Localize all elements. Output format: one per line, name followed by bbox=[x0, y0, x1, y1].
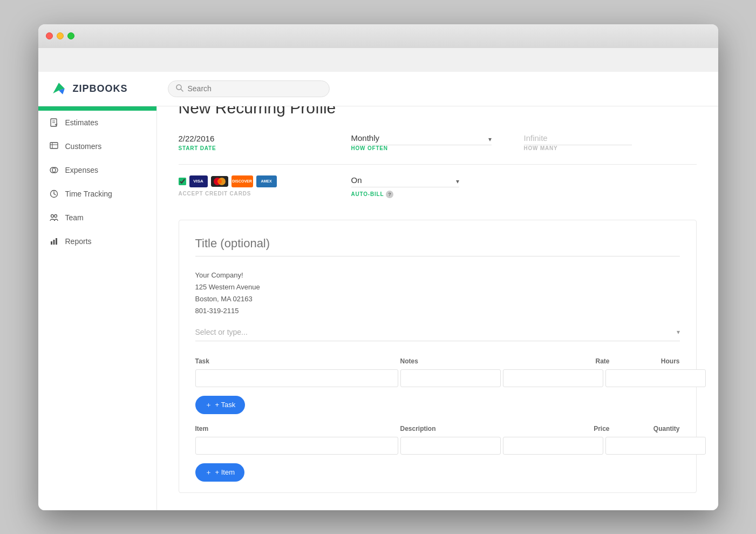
credit-cards-col: VISA DISCOVER AMEX bbox=[179, 175, 351, 197]
company-address: 125 Western Avenue bbox=[195, 281, 680, 293]
item-input[interactable] bbox=[195, 437, 398, 455]
sidebar-label-team: Team bbox=[65, 213, 84, 222]
main-content: New Recurring Profile 2/22/2016 START DA… bbox=[157, 83, 718, 510]
add-item-button[interactable]: ＋ + Item bbox=[195, 463, 245, 482]
customers-icon bbox=[49, 141, 59, 151]
sidebar-item-customers[interactable]: Customers bbox=[38, 134, 156, 158]
invoice-form: Your Company! 125 Western Avenue Boston,… bbox=[179, 220, 697, 493]
start-date-col: 2/22/2016 START DATE bbox=[179, 134, 351, 151]
add-task-button[interactable]: ＋ + Task bbox=[195, 396, 246, 414]
customer-select[interactable]: Select or type... bbox=[195, 328, 680, 336]
company-city: Boston, MA 02163 bbox=[195, 293, 680, 305]
sidebar-item-time-tracking[interactable]: Time Tracking bbox=[38, 182, 156, 206]
svg-rect-21 bbox=[56, 238, 57, 245]
how-often-col: Monthly Weekly Yearly Daily ▾ HOW OFTEN bbox=[351, 133, 524, 151]
credit-cards-wrapper: VISA DISCOVER AMEX bbox=[179, 175, 351, 187]
item-col-header: Item bbox=[195, 425, 400, 432]
customer-select-arrow: ▾ bbox=[677, 328, 680, 336]
item-table-row bbox=[195, 437, 680, 455]
full-layout: $ Invoices Estimates bbox=[38, 83, 718, 510]
add-task-icon: ＋ bbox=[205, 400, 212, 410]
add-item-icon: ＋ bbox=[205, 468, 212, 477]
logo-area: ZIPBOOKS bbox=[49, 79, 168, 98]
sidebar-label-reports: Reports bbox=[65, 237, 92, 246]
sidebar-item-team[interactable]: Team bbox=[38, 206, 156, 229]
start-date-label: START DATE bbox=[179, 145, 351, 151]
notes-col-header: Notes bbox=[400, 357, 550, 365]
company-phone: 801-319-2115 bbox=[195, 305, 680, 317]
logo-icon bbox=[49, 79, 69, 98]
sidebar-label-expenses: Expenses bbox=[65, 166, 98, 174]
sidebar-item-reports[interactable]: Reports bbox=[38, 229, 156, 253]
minimize-button[interactable] bbox=[57, 32, 64, 39]
svg-point-25 bbox=[217, 179, 222, 184]
traffic-lights bbox=[46, 32, 74, 39]
task-col-header: Task bbox=[195, 357, 400, 365]
time-tracking-icon bbox=[49, 189, 59, 199]
add-item-label: + Item bbox=[215, 468, 235, 476]
rate-input[interactable] bbox=[503, 369, 603, 387]
hours-col-header: Hours bbox=[615, 357, 680, 365]
credit-cards-label: ACCEPT CREDIT CARDS bbox=[179, 191, 351, 197]
how-often-wrapper[interactable]: Monthly Weekly Yearly Daily ▾ bbox=[351, 133, 492, 145]
quantity-input[interactable] bbox=[605, 437, 706, 455]
customer-select-wrapper[interactable]: Select or type... ▾ bbox=[195, 328, 680, 341]
hours-input[interactable] bbox=[605, 369, 706, 387]
task-input[interactable] bbox=[195, 369, 398, 387]
estimates-icon bbox=[49, 118, 59, 127]
how-many-label: HOW MANY bbox=[524, 145, 697, 151]
auto-bill-wrapper[interactable]: On Off ▾ bbox=[351, 175, 459, 187]
search-bar[interactable] bbox=[168, 80, 330, 97]
how-often-label: HOW OFTEN bbox=[351, 145, 524, 151]
auto-bill-help-icon[interactable]: ? bbox=[386, 191, 393, 198]
amex-card-icon: AMEX bbox=[256, 175, 277, 187]
desc-col-header: Description bbox=[400, 425, 550, 432]
svg-point-18 bbox=[54, 214, 57, 217]
price-col-header: Price bbox=[550, 425, 615, 432]
visa-card-icon: VISA bbox=[189, 175, 208, 187]
form-top-row: 2/22/2016 START DATE Monthly Weekly Year… bbox=[179, 133, 697, 165]
task-table: Task Notes Rate Hours bbox=[195, 357, 680, 387]
how-many-value: Infinite bbox=[524, 133, 632, 145]
mastercard-icon bbox=[211, 176, 228, 187]
logo-text: ZIPBOOKS bbox=[73, 83, 128, 94]
sidebar-label-customers: Customers bbox=[65, 142, 102, 151]
credit-cards-checkbox[interactable] bbox=[179, 178, 186, 185]
sidebar-item-expenses[interactable]: Expenses bbox=[38, 158, 156, 182]
sidebar-label-estimates: Estimates bbox=[65, 118, 98, 127]
title-input[interactable] bbox=[195, 236, 680, 256]
item-table-header: Item Description Price Quantity bbox=[195, 425, 680, 432]
search-icon bbox=[176, 84, 183, 93]
notes-input[interactable] bbox=[400, 369, 501, 387]
svg-line-16 bbox=[54, 194, 56, 195]
start-date-value: 2/22/2016 bbox=[179, 134, 351, 143]
sidebar-label-time-tracking: Time Tracking bbox=[65, 190, 112, 198]
search-input[interactable] bbox=[188, 84, 307, 93]
sidebar: $ Invoices Estimates bbox=[38, 83, 157, 510]
maximize-button[interactable] bbox=[67, 32, 74, 39]
task-table-header: Task Notes Rate Hours bbox=[195, 357, 680, 365]
add-task-label: + Task bbox=[215, 401, 236, 409]
form-row-2: VISA DISCOVER AMEX bbox=[179, 175, 697, 204]
reports-icon bbox=[49, 236, 59, 246]
how-many-col: Infinite HOW MANY bbox=[524, 133, 697, 151]
company-name: Your Company! bbox=[195, 269, 680, 281]
svg-rect-19 bbox=[51, 241, 52, 245]
auto-bill-label: AUTO-BILL ? bbox=[351, 191, 524, 198]
close-button[interactable] bbox=[46, 32, 53, 39]
qty-col-header: Quantity bbox=[615, 425, 680, 432]
sidebar-item-estimates[interactable]: Estimates bbox=[38, 111, 156, 134]
how-often-select[interactable]: Monthly Weekly Yearly Daily bbox=[351, 133, 492, 145]
price-input[interactable] bbox=[503, 437, 603, 455]
app-window: ZIPBOOKS bbox=[38, 24, 718, 510]
svg-line-3 bbox=[181, 89, 183, 91]
svg-rect-9 bbox=[50, 143, 58, 148]
titlebar bbox=[38, 24, 718, 48]
svg-rect-20 bbox=[53, 240, 55, 245]
company-info: Your Company! 125 Western Avenue Boston,… bbox=[195, 269, 680, 317]
description-input[interactable] bbox=[400, 437, 501, 455]
svg-point-17 bbox=[51, 214, 53, 217]
team-icon bbox=[49, 213, 59, 222]
discover-card-icon: DISCOVER bbox=[231, 175, 253, 187]
auto-bill-select[interactable]: On Off bbox=[351, 175, 459, 187]
